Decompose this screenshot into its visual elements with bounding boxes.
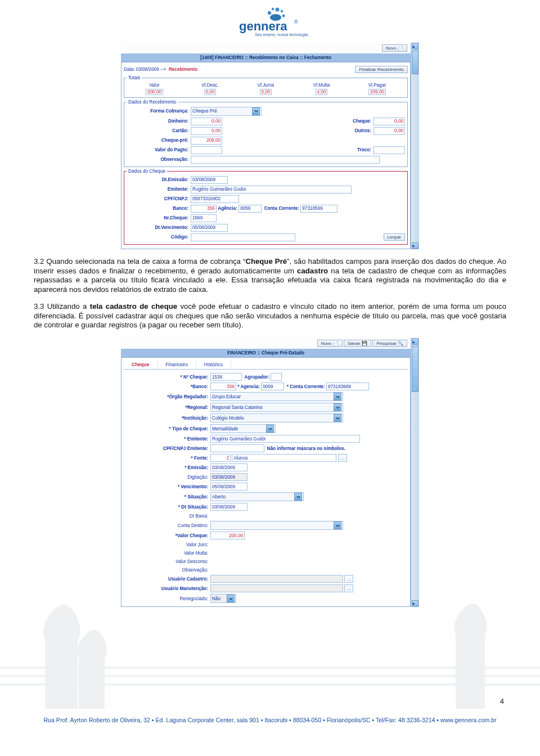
dinheiro-input[interactable] xyxy=(191,118,222,125)
outros-input[interactable] xyxy=(374,127,405,135)
cartao-input[interactable] xyxy=(191,127,222,135)
limpar-button[interactable]: Limpar xyxy=(384,233,405,241)
svg-point-2 xyxy=(281,10,283,12)
lookup-button[interactable]: … xyxy=(344,575,353,583)
usuman-input xyxy=(210,584,343,592)
chevron-down-icon xyxy=(266,425,274,433)
dt-emissao-input[interactable] xyxy=(191,176,228,184)
valorjuro-input xyxy=(210,541,244,548)
paragraph-3-3: 3.3 Utilizando a tela cadastro de cheque… xyxy=(34,302,506,330)
situacao-select[interactable]: Aberto xyxy=(210,492,304,501)
agencia-input[interactable] xyxy=(261,382,284,390)
lookup-button[interactable]: … xyxy=(338,454,347,462)
banco-input[interactable] xyxy=(191,205,217,213)
total-juros: 5,00 xyxy=(260,89,272,95)
codigo-input[interactable] xyxy=(191,233,295,241)
chevron-down-icon xyxy=(294,493,302,501)
nrcheque-input[interactable] xyxy=(191,214,217,222)
data-label: Data: 03/08/2009 --> xyxy=(124,67,166,72)
emitente-input[interactable] xyxy=(210,435,360,443)
recebimento-link[interactable]: Recebimento xyxy=(169,67,197,72)
vencimento-input[interactable] xyxy=(210,483,248,490)
tab-cheque[interactable]: Cheque xyxy=(124,360,158,369)
tabs: Cheque Financeiro Histórico xyxy=(124,360,408,370)
dtvenc-input[interactable] xyxy=(191,224,228,232)
valormulta-input xyxy=(210,550,244,556)
instituicao-select[interactable]: Colégio Modelo xyxy=(210,413,343,422)
screen-title: [1408] FINANCEIRO :: Recebimento no Caix… xyxy=(121,53,411,62)
novo-button[interactable]: Novo 📄 xyxy=(317,340,343,347)
screenshot-cheque-predatado: Novo 📄 Salvar 💾 Pesquisar 🔍 FINANCEIRO :… xyxy=(121,338,419,607)
svg-rect-9 xyxy=(0,667,540,669)
dados-recebimento-group: Dados do Recebimento Forma Cobrança: Che… xyxy=(124,100,408,167)
scroll-down-icon[interactable]: ▾ xyxy=(412,600,418,607)
cpf-input[interactable] xyxy=(191,195,239,203)
emitente-input[interactable] xyxy=(191,186,352,194)
total-valor: 200,00 xyxy=(146,89,163,95)
chevron-down-icon xyxy=(334,521,341,529)
chevron-down-icon xyxy=(227,595,235,602)
orgao-select[interactable]: Grupo Educar xyxy=(210,392,343,401)
cc-input[interactable] xyxy=(300,205,338,213)
tab-historico[interactable]: Histórico xyxy=(196,360,231,369)
forma-cobranca-select[interactable]: Cheque Pré xyxy=(191,107,262,116)
screen-title: FINANCEIRO :: Cheque Pré-Datado xyxy=(121,349,411,357)
cheque-input[interactable] xyxy=(374,118,405,125)
salvar-button[interactable]: Salvar 💾 xyxy=(344,340,371,347)
agrupador-input[interactable] xyxy=(271,373,282,381)
svg-point-3 xyxy=(268,11,271,15)
chevron-down-icon xyxy=(334,393,341,400)
scroll-thumb[interactable] xyxy=(412,346,418,392)
dtsituacao-input[interactable] xyxy=(210,503,248,511)
emissao-input[interactable] xyxy=(210,464,248,471)
page-number: 4 xyxy=(500,698,504,705)
dtbaixa-input xyxy=(210,512,246,519)
pesquisar-button[interactable]: Pesquisar 🔍 xyxy=(372,340,407,347)
valorcheque-input[interactable] xyxy=(210,532,245,539)
fonte-txt-input[interactable] xyxy=(232,454,336,462)
scroll-up-icon[interactable]: ▴ xyxy=(412,338,418,345)
usucad-input xyxy=(210,575,343,583)
scrollbar[interactable]: ▴ ▾ xyxy=(411,43,419,249)
finalizar-recebimento-button[interactable]: Finalizar Recebimento xyxy=(355,66,408,73)
agencia-input[interactable] xyxy=(238,205,262,213)
scroll-up-icon[interactable]: ▴ xyxy=(412,43,418,50)
paragraph-3-2: 3.2 Quando selecionada na tela de caixa … xyxy=(34,257,506,294)
logo: gennera ® Seu ensino, nossa tecnologia. xyxy=(34,6,506,38)
observacao-input[interactable] xyxy=(191,156,380,164)
dados-cheque-group: Dados do Cheque Dt.Emissão: Emitente: CP… xyxy=(124,169,408,245)
contadestino-select[interactable] xyxy=(210,521,343,530)
svg-point-4 xyxy=(282,15,285,17)
cpf-emitente-input[interactable] xyxy=(210,444,264,452)
scroll-down-icon[interactable]: ▾ xyxy=(412,242,418,249)
chevron-down-icon xyxy=(334,414,341,422)
valordesc-input xyxy=(210,558,244,565)
total-multa: 4,00 xyxy=(316,89,328,95)
chequepre-input[interactable] xyxy=(191,137,222,145)
tab-financeiro[interactable]: Financeiro xyxy=(158,360,196,369)
svg-text:gennera: gennera xyxy=(239,19,287,33)
banco-input[interactable] xyxy=(210,382,236,390)
valorpagto-input[interactable] xyxy=(191,146,222,154)
cc-input[interactable] xyxy=(326,382,369,390)
svg-rect-10 xyxy=(0,675,540,677)
svg-text:Seu ensino, nossa tecnologia.: Seu ensino, nossa tecnologia. xyxy=(255,32,309,37)
scroll-thumb[interactable] xyxy=(412,51,418,74)
lookup-button[interactable]: … xyxy=(344,584,353,592)
ncheque-input[interactable] xyxy=(210,373,242,381)
svg-point-0 xyxy=(272,8,274,10)
chevron-down-icon xyxy=(252,107,260,115)
obs-input[interactable] xyxy=(210,566,359,573)
tipo-cheque-select[interactable]: Mensalidade xyxy=(210,424,276,433)
regional-select[interactable]: Regional Santa Catarina xyxy=(210,403,343,412)
chevron-down-icon xyxy=(334,403,341,411)
troco-input[interactable] xyxy=(374,146,405,154)
svg-point-1 xyxy=(276,8,280,12)
scrollbar[interactable]: ▴ ▾ xyxy=(411,338,419,607)
screenshot-recebimento: Novo 📄 [1408] FINANCEIRO :: Recebimento … xyxy=(121,43,419,249)
fonte-id-input[interactable] xyxy=(210,454,231,462)
digitacao-input xyxy=(210,473,248,481)
total-pagar: 209,00 xyxy=(368,89,386,95)
novo-button[interactable]: Novo 📄 xyxy=(382,44,407,52)
totais-group: Totais Valor Vl.Desc. Vl.Juros Vl.Multa … xyxy=(124,75,408,98)
